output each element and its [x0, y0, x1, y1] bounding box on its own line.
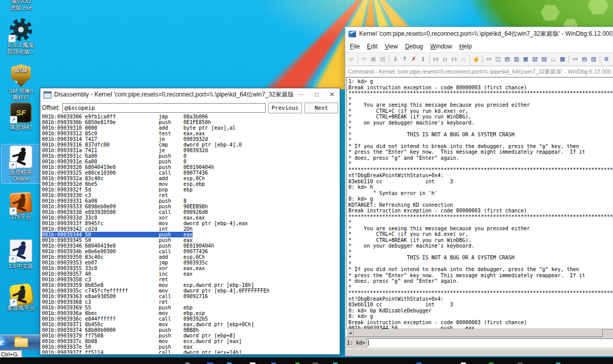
scroll-thumb[interactable] — [354, 329, 603, 337]
disasm-line[interactable]: 001b:09039368 c3 ret — [42, 299, 339, 305]
locals-window-icon[interactable]: ▤ — [503, 55, 512, 63]
disasm-line[interactable]: 001b:09039357 40 inc eax — [42, 271, 339, 277]
maximize-pane-icon[interactable]: ▭ — [571, 55, 580, 63]
registers-window-icon[interactable]: ▥ — [512, 55, 521, 63]
offset-input[interactable]: @$scopeip — [62, 103, 266, 113]
tile-pane-icon[interactable]: ▨ — [589, 55, 598, 63]
disasm-line[interactable]: 001b:09039379 ff7508 push dword ptr [ebp… — [42, 333, 339, 338]
disasm-line[interactable]: 001b:09039312 85c0 test eax,eax — [42, 131, 339, 136]
disasm-line[interactable]: 001b:0903937c 8b08 mov ecx,dword ptr [ea… — [42, 338, 339, 344]
font-size-icon[interactable]: 10 10 — [611, 55, 613, 63]
step-into-icon[interactable]: {+} — [431, 55, 440, 63]
desktop-icon-game-platform[interactable]: ↗客游戏平台 — [2, 283, 40, 312]
disasm-line[interactable]: 001b:09039325 e80ce10300 call 09077436 — [42, 170, 339, 176]
desktop-icon-od-exe[interactable]: 鬼仿OD进版.exe — [2, 0, 40, 12]
disasm-line[interactable]: 001b:09039371 8b450c mov eax,dword ptr [… — [42, 322, 339, 327]
watch-window-icon[interactable]: ◫ — [493, 55, 503, 63]
disasm-line[interactable]: 001b:0903931c 6a00 push 0 — [42, 153, 339, 159]
disasm-line[interactable]: 001b:09039350 83c40c add esp,0Ch — [42, 254, 339, 260]
run-to-cursor-icon[interactable]: {x} — [459, 55, 468, 63]
disasm-line[interactable]: 001b:09039316 837dfc00 cmp dword ptr [eb… — [42, 142, 339, 148]
disasm-line[interactable]: 001b:0903932f 5d pop ebp — [42, 187, 339, 192]
command-output[interactable]: 1: kd> gBreak instruction exception - co… — [346, 77, 613, 329]
ie-icon[interactable]: e — [0, 336, 8, 349]
explorer-folder-icon[interactable] — [14, 338, 28, 347]
disasm-line[interactable]: 001b:09039359 8b65e8 mov esp,dword ptr [… — [42, 282, 339, 288]
previous-button[interactable]: Previous — [268, 103, 302, 113]
disasm-line[interactable]: 001b:09039314 7417 je 0903932d — [42, 136, 339, 142]
desktop-icon-175-platform[interactable]: ↗175平台 — [2, 191, 40, 222]
win7-taskbar[interactable]: e — [0, 334, 40, 350]
next-button[interactable]: Next — [304, 103, 338, 113]
disasm-line[interactable]: 001b:09039331 6a08 push 8 — [42, 198, 339, 204]
paste-icon[interactable]: ▤ — [378, 55, 387, 63]
call-stack-window-icon[interactable]: ▧ — [530, 55, 539, 63]
command-window-icon[interactable]: ▭ — [484, 55, 493, 63]
close-button[interactable]: ✕ — [324, 88, 340, 101]
source-mode-icon[interactable]: ≣ — [602, 55, 611, 63]
processes-window-icon[interactable]: ▩ — [558, 55, 567, 63]
disassembly-titlebar[interactable]: Disassembly - Kernel 'com:pipe,resets=0,… — [40, 88, 340, 102]
disasm-line[interactable]: 001b:0903935c c745fcfeffffff mov dword p… — [42, 288, 339, 294]
disasm-line[interactable]: 001b:09039345 50 push eax — [42, 237, 339, 243]
disasm-line[interactable]: 001b:0903936a 8bec mov ebp,esp — [42, 310, 339, 316]
desktop-icon-sf[interactable]: SF↗疯贺场钉 — [2, 102, 40, 132]
dock-pane-icon[interactable]: ▤ — [580, 55, 589, 63]
disasm-line[interactable]: 001b:09039358 c3 ret — [42, 277, 339, 282]
disasm-line[interactable]: 001b:09039363 e8ae930500 call 09092716 — [42, 294, 339, 299]
menu-debug[interactable]: Debug — [402, 41, 427, 52]
minimize-button[interactable]: — — [294, 88, 309, 101]
stop-debugging-icon[interactable]: ✗ — [409, 55, 418, 63]
windbg-titlebar[interactable]: Kernel 'com:pipe,resets=0,reconnect,port… — [345, 27, 613, 41]
command-input[interactable] — [367, 338, 613, 348]
disasm-line[interactable]: 001b:09039330 c3 ret — [42, 192, 339, 198]
open-source-file-icon[interactable]: ▱ — [347, 55, 356, 63]
host-taskbar[interactable] — [0, 357, 613, 364]
menu-edit[interactable]: Edit — [363, 41, 381, 52]
disasm-lines[interactable]: 001b:09039306 e9fb1ca0ff jmp 08a3b006001… — [40, 114, 339, 354]
command-window[interactable]: Command - Kernel 'com:pipe,resets=0,reco… — [345, 67, 613, 356]
maximize-button[interactable]: □ — [309, 88, 324, 101]
disasm-line[interactable]: 001b:0903930b 6850e81f0e push 0E1FE850h — [42, 119, 339, 125]
cut-icon[interactable]: ✂ — [360, 55, 369, 63]
step-over-icon[interactable]: { } — [440, 55, 450, 63]
menu-file[interactable]: File — [346, 41, 363, 52]
disasm-line[interactable]: 001b:0903934b e8e6e00300 call 09077436 — [42, 249, 339, 254]
disasm-line[interactable]: 001b:09039353 eb07 jmp 0903935c — [42, 260, 339, 265]
disasm-line[interactable]: 001b:09039342 cd2d int 2Dh — [42, 226, 339, 232]
restart-icon[interactable]: ⇑ — [400, 55, 409, 63]
desktop-icon-cs-online[interactable]: ↗反恐精英Online — [2, 144, 40, 183]
desktop-icon-cheat-engine[interactable]: ↗E 6.3 魔鬼防强化版... — [2, 17, 40, 56]
disasm-line[interactable]: 001b:09039338 e893930500 call 090926d0 — [42, 209, 339, 215]
disasm-line[interactable]: 001b:0903937f ff5114 call dword ptr [ecx… — [42, 350, 339, 354]
copy-icon[interactable]: ▣ — [369, 55, 378, 63]
go-icon[interactable]: ⇓ — [391, 55, 400, 63]
disasm-line[interactable]: 001b:0903931e 6a00 push 0 — [42, 159, 339, 164]
break-icon[interactable]: ‖ — [418, 55, 428, 63]
memory-window-icon[interactable]: ▦ — [521, 55, 530, 63]
desktop-icon-cs-16[interactable]: ↗1.6中文版 — [2, 238, 40, 271]
disasm-line[interactable]: 001b:09039310 0000 add byte ptr [eax],al — [42, 125, 339, 131]
menu-window[interactable]: Window — [427, 41, 456, 52]
step-out-icon[interactable]: {↑} — [450, 55, 459, 63]
disasm-line[interactable]: 001b:09039333 6898eb0e09 push 90EEB98h — [42, 204, 339, 209]
disasm-line[interactable]: 001b:09039346 68040419e0 push 0E0190404h — [42, 243, 339, 249]
disassembly-window[interactable]: Disassembly - Kernel 'com:pipe,resets=0,… — [40, 88, 340, 355]
menu-help[interactable]: Help — [456, 41, 476, 52]
disasm-line[interactable]: 001b:09039355 33c0 xor eax,eax — [42, 265, 339, 271]
windbg-window[interactable]: Kernel 'com:pipe,resets=0,reconnect,port… — [345, 27, 613, 356]
disasm-line[interactable]: 001b:09039369 55 push ebp — [42, 305, 339, 310]
command-hscrollbar[interactable]: ◂ — [346, 329, 613, 337]
disasm-line[interactable]: 001b:09039306 e9fb1ca0ff jmp 08a3b006 — [42, 114, 339, 119]
scroll-left-arrow-icon[interactable]: ◂ — [346, 329, 354, 337]
menu-view[interactable]: View — [381, 41, 402, 52]
disasm-line[interactable]: 001b:0903937e 50 push eax — [42, 344, 339, 350]
disasm-line[interactable]: 001b:09039374 68b80b0000 push 0BB8h — [42, 327, 339, 333]
disassembly-window-icon[interactable]: ▨ — [539, 55, 549, 63]
disasm-line[interactable]: 001b:0903932a 83c40c add esp,0Ch — [42, 176, 339, 181]
scratch-pad-icon[interactable]: □ — [549, 55, 558, 63]
disasm-line[interactable]: 001b:09039344 50 push eax — [42, 232, 339, 237]
break-hand-icon[interactable]: ☝ — [471, 55, 481, 63]
disasm-line[interactable]: 001b:0903933f 8945fc mov dword ptr [ebp-… — [42, 221, 339, 226]
disasm-line[interactable]: 001b:0903931a 7411 je 0903932d — [42, 148, 339, 153]
